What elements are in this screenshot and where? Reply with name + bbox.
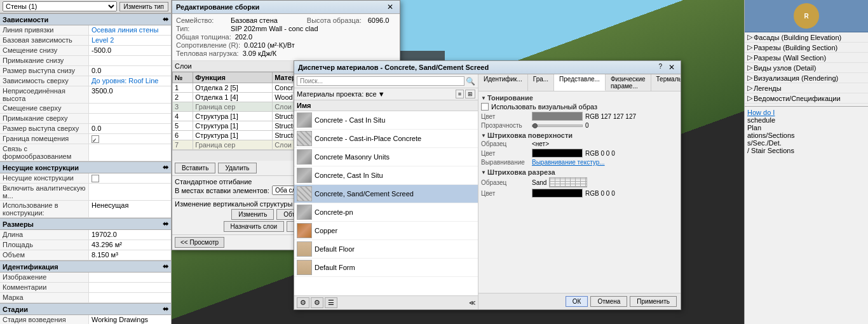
surface-hatch-header[interactable]: Штриховка поверхности (481, 132, 678, 139)
list-item[interactable]: Copper (294, 222, 478, 240)
material-search-input[interactable] (297, 76, 465, 86)
how-do-i-link[interactable]: How do I (747, 109, 775, 116)
browser-item-facades[interactable]: ▷ Фасады (Building Elevation) (745, 32, 868, 43)
element-type-select[interactable]: Стены (1) (3, 1, 117, 11)
material-dialog-title: Диспетчер материалов - Concrete, Sand/Ce… (298, 64, 489, 71)
edit-assembly-title: Редактирование сборки (176, 3, 259, 11)
list-item[interactable]: Concrete - Cast-in-Place Concrete (294, 130, 478, 148)
material-close-button[interactable]: ✕ (667, 63, 677, 72)
filter-dropdown-icon[interactable]: ▼ (378, 90, 385, 98)
use-visual-image-checkbox[interactable] (481, 103, 489, 111)
prop-row: Объем8.150 м³ (0, 250, 171, 260)
list-item[interactable]: Concrete - Cast In Situ (294, 111, 478, 130)
assign-layers-button[interactable]: Назначить слои (224, 221, 285, 232)
toning-section-header[interactable]: Тонирование (481, 94, 678, 102)
list-item[interactable]: Default Floor (294, 240, 478, 259)
prop-row: Примыкание снизу (0, 56, 171, 66)
surface-align-link[interactable]: Выравнивание текстур... (532, 159, 605, 166)
cut-pattern-value: Sand (532, 179, 546, 186)
list-item[interactable]: Concrete Masonry Units (294, 148, 478, 166)
prop-row-color: Цвет RGB 127 127 127 (481, 112, 678, 121)
list-item[interactable]: Concrete, Cast In Situ (294, 166, 478, 185)
insert-layer-button[interactable]: Вставить (175, 163, 215, 173)
material-dialog: Диспетчер материалов - Concrete, Sand/Ce… (294, 60, 681, 310)
material-thumbnail (297, 131, 312, 146)
tab-identify[interactable]: Идентифик... (478, 74, 528, 91)
list-item[interactable]: Default Form (294, 259, 478, 277)
tab-physical[interactable]: Физические параме... (606, 74, 651, 91)
browser-item-detail-views[interactable]: ▷ Виды узлов (Detail) (745, 63, 868, 73)
browser-header: R (745, 0, 868, 32)
browser-item-building-sections[interactable]: ▷ Разрезы (Building Section) (745, 43, 868, 53)
material-thumbnail (297, 223, 312, 238)
prop-row: Связь с формообразованием (0, 144, 171, 161)
cut-hatch-section: Штриховка разреза Образец Sand Цвет RGB … (481, 168, 678, 198)
tab-appearance[interactable]: Представле... (554, 74, 606, 91)
list-item-selected[interactable]: Concrete, Sand/Cement Screed (294, 185, 478, 203)
prop-row: Базовая зависимостьLevel 2 (0, 36, 171, 46)
material-thumbnail (297, 112, 312, 128)
project-browser-panel: R ▷ Фасады (Building Elevation) ▷ Разрез… (744, 0, 868, 324)
tab-graphics[interactable]: Гра... (528, 74, 554, 91)
prop-row: Смещение сверху (0, 104, 171, 114)
material-name: Concrete - Cast In Situ (315, 116, 385, 124)
toning-section: Тонирование Использовать визуальный обра… (481, 94, 678, 129)
preview-button[interactable]: << Просмотр (175, 237, 224, 248)
prop-row: Комментарии (0, 283, 171, 293)
change-type-button[interactable]: Изменить тип (119, 2, 168, 11)
browser-item-wall-sections[interactable]: ▷ Разрезы (Wall Section) (745, 53, 868, 63)
section-identification: Идентификация ⬌ (0, 260, 171, 273)
prop-row-cut-pattern: Образец Sand (481, 177, 678, 187)
prop-row: Примыкание сверху (0, 114, 171, 124)
list-item[interactable]: Concrete-pn (294, 203, 478, 222)
material-tab-content: Тонирование Использовать визуальный обра… (478, 91, 681, 293)
add-material-button[interactable]: ⚙ (297, 297, 309, 308)
tab-thermal[interactable]: Термаль... (651, 74, 681, 91)
color-swatch[interactable] (532, 112, 583, 121)
duplicate-material-button[interactable]: ⚙ (311, 297, 323, 308)
collapse-icon[interactable]: ≪ (469, 299, 475, 306)
material-list-header: Имя (294, 100, 478, 111)
browser-item-rendering[interactable]: ▷ Визуализация (Rendering) (745, 73, 868, 83)
modify-button[interactable]: Изменить (231, 209, 274, 220)
material-name: Concrete - Cast-in-Place Concrete (315, 135, 421, 142)
material-tabs: Идентифик... Гра... Представле... Физиче… (478, 74, 681, 91)
section-structural: Несущие конструкции ⬌ (0, 161, 171, 173)
tree-icon: ▷ (747, 94, 752, 102)
cut-color-swatch[interactable] (532, 189, 583, 198)
prop-row: Граница помещения (0, 134, 171, 144)
properties-table: Зависимости ⬌ Линия привязкиОсевая линия… (0, 13, 171, 324)
viewport-3d[interactable]: Редактирование сборки ✕ Семейство: Базов… (172, 0, 744, 324)
transparency-slider[interactable] (532, 125, 583, 127)
search-icon: 🔍 (466, 77, 475, 86)
cut-color-value: RGB 0 0 0 (585, 190, 615, 197)
material-ok-button[interactable]: ОК (566, 296, 588, 307)
cut-hatch-header[interactable]: Штриховка разреза (481, 168, 678, 176)
material-filter-row2: Материалы проекта: все ▼ ≡ ⊞ (294, 88, 478, 100)
material-list: Concrete - Cast In Situ Concrete - Cast-… (294, 111, 478, 295)
browser-item-legends[interactable]: ▷ Легенды (745, 83, 868, 93)
material-settings-button[interactable]: ☰ (325, 297, 337, 308)
section-stages: Стадии ⬌ (0, 303, 171, 315)
properties-header: Стены (1) Изменить тип (0, 0, 171, 13)
prop-row: Зависимость сверхуДо уровня: Roof Line (0, 76, 171, 86)
material-help-button[interactable]: ? (656, 63, 664, 72)
prop-row: Линия привязкиОсевая линия стены (0, 25, 171, 36)
how-do-i-section: How do I schedule Plan ations/Sections s… (745, 106, 868, 156)
prop-row: Размер выступа снизу0.0 (0, 66, 171, 76)
grid-view-icon[interactable]: ⊞ (465, 90, 475, 98)
material-cancel-button[interactable]: Отмена (590, 296, 627, 307)
edit-assembly-close-button[interactable]: ✕ (384, 3, 396, 11)
prop-row-cut-color: Цвет RGB 0 0 0 (481, 189, 678, 198)
delete-layer-button[interactable]: Удалить (218, 163, 256, 173)
browser-item-schedules[interactable]: ▷ Ведомости/Спецификации (745, 93, 868, 104)
material-thumbnail (297, 186, 312, 201)
properties-panel: Стены (1) Изменить тип Зависимости ⬌ Лин… (0, 0, 172, 324)
surface-pattern-value: <нет> (532, 140, 549, 147)
prop-row-use-image: Использовать визуальный образ (481, 103, 678, 111)
surface-color-swatch[interactable] (532, 149, 583, 158)
material-apply-button[interactable]: Применить (630, 296, 677, 307)
material-filter-row: 🔍 (294, 74, 478, 88)
material-name: Concrete-pn (315, 208, 353, 216)
list-view-icon[interactable]: ≡ (456, 90, 464, 98)
